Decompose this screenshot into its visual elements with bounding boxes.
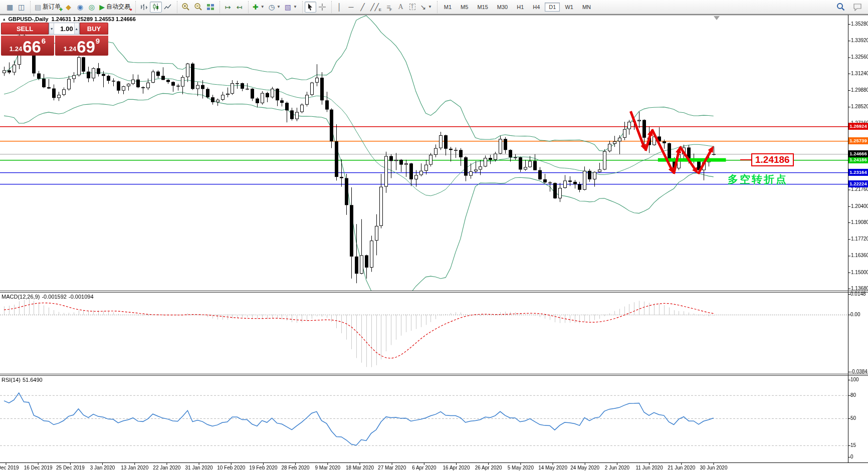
turning-point-label[interactable]: 多空转折点 xyxy=(728,172,788,186)
volume-input[interactable] xyxy=(54,23,74,34)
chevron-down-icon: ▼ xyxy=(428,5,432,9)
toolbar-group-drawing: │ ─ ╱ ╱╱E ≡F A T ↘▼ xyxy=(331,1,436,13)
community-icon: ◉ xyxy=(77,3,83,11)
buy-button[interactable]: BUY xyxy=(80,23,108,35)
chart-shift-button[interactable]: ↤ xyxy=(234,2,245,13)
new-chart-button[interactable]: ▦ xyxy=(4,2,16,13)
line-chart-button[interactable] xyxy=(162,2,174,13)
rsi-name: RSI(14) xyxy=(2,377,21,383)
channel-icon: ╱╱ xyxy=(370,3,379,11)
fibonacci-tool[interactable]: ≡F xyxy=(383,2,395,13)
volume-decrease-button[interactable]: ▼ xyxy=(49,23,54,34)
zoom-out-button[interactable] xyxy=(192,2,204,13)
timeframe-m30[interactable]: M30 xyxy=(493,3,512,12)
macd-name: MACD(12,26,9) xyxy=(2,294,40,300)
chart-header: ▴ GBPUSD-,Daily 1.24631 1.25289 1.24553 … xyxy=(3,16,136,22)
caret-down-icon: ▼ xyxy=(50,27,54,31)
community-button[interactable]: ◉ xyxy=(74,2,86,13)
profiles-button[interactable]: ◫ xyxy=(16,2,27,13)
search-button[interactable] xyxy=(834,2,847,13)
price-axis-tick: 1.15000 xyxy=(851,270,868,275)
price-axis-tick: 1.28520 xyxy=(851,104,868,109)
buy-price-display[interactable]: 1.24 69 9 xyxy=(55,36,108,56)
caret-up-icon: ▲ xyxy=(75,27,78,31)
text-label-icon: T xyxy=(409,4,415,10)
text-label-tool[interactable]: T xyxy=(406,2,418,13)
price-axis-tick: 1.29880 xyxy=(851,87,868,93)
sell-price-display[interactable]: 1.24 66 6 xyxy=(1,36,54,56)
one-click-top-row: SELL ▼ ▲ BUY xyxy=(1,23,108,35)
autotrading-label: 自动交易 xyxy=(106,3,130,11)
price-callout-connector xyxy=(740,159,751,160)
toolbar-group-charttype xyxy=(135,1,176,13)
chat-button[interactable] xyxy=(851,2,864,13)
rsi-axis-tick: 15 xyxy=(850,442,856,448)
current-price-label: 1.24666 xyxy=(848,150,868,157)
crosshair-button[interactable] xyxy=(316,2,328,13)
chevron-down-icon: ▼ xyxy=(293,5,297,9)
horizontal-line-tool[interactable]: ─ xyxy=(345,2,357,13)
vertical-line-tool[interactable]: │ xyxy=(334,2,345,13)
rsi-axis-tick: 50 xyxy=(850,415,856,421)
templates-button[interactable]: ▧▼ xyxy=(283,2,299,13)
price-axis-tick: 1.31240 xyxy=(851,71,868,76)
clock-icon: ◷ xyxy=(269,3,275,11)
price-axis-tick: 1.32560 xyxy=(851,54,868,60)
bar-chart-button[interactable] xyxy=(138,2,150,13)
market-watch-button[interactable]: ◆ xyxy=(63,2,74,13)
price-line-label[interactable]: 1.25739 xyxy=(848,137,868,144)
auto-scroll-button[interactable]: ↦ xyxy=(222,2,234,13)
sell-price-point: 6 xyxy=(42,37,46,45)
auto-scroll-icon: ↦ xyxy=(225,3,231,11)
price-line-label[interactable]: 1.22224 xyxy=(848,180,868,187)
trendline-tool[interactable]: ╱ xyxy=(357,2,368,13)
rsi-axis-tick: 0 xyxy=(850,454,853,459)
macd-signal-value: -0.001094 xyxy=(69,294,94,300)
zoom-out-icon xyxy=(194,3,202,11)
volume-increase-button[interactable]: ▲ xyxy=(74,23,79,34)
gold-icon: ◆ xyxy=(66,3,71,11)
sell-price-pips: 66 xyxy=(23,40,41,54)
autotrading-button[interactable]: ▶● 自动交易 xyxy=(97,2,132,13)
one-click-trading-panel: SELL ▼ ▲ BUY 1.24 66 6 1.24 69 9 xyxy=(1,23,108,56)
volume-control: ▼ ▲ xyxy=(49,23,80,35)
new-order-button[interactable]: ▤✚ 新订单 xyxy=(33,2,63,13)
timeframe-mn[interactable]: MN xyxy=(578,3,595,12)
price-axis-tick: 1.19080 xyxy=(851,219,868,225)
rsi-axis-tick: 100 xyxy=(850,377,859,382)
timeframe-d1[interactable]: D1 xyxy=(545,3,560,12)
symbol-marker-icon: ▴ xyxy=(3,17,6,22)
toolbar-group-cursor xyxy=(302,1,330,13)
price-axis-tick: 1.17720 xyxy=(851,236,868,242)
sell-button[interactable]: SELL xyxy=(1,23,49,35)
candlestick-chart-button[interactable] xyxy=(150,2,162,13)
toolbar-group-trade: ▤✚ 新订单 ◆ ◉ ◎ ▶● 自动交易 xyxy=(30,1,134,13)
zoom-in-button[interactable] xyxy=(179,2,192,13)
timeframe-h1[interactable]: H1 xyxy=(513,3,528,12)
timeframe-m5[interactable]: M5 xyxy=(457,3,472,12)
cursor-icon xyxy=(307,3,314,11)
indicators-button[interactable]: ✚▼ xyxy=(251,2,267,13)
price-line-label[interactable]: 1.26924 xyxy=(848,123,868,130)
timeframe-m15[interactable]: M15 xyxy=(473,3,492,12)
new-order-icon: ▤✚ xyxy=(35,3,41,11)
price-callout-box[interactable]: 1.24186 xyxy=(751,153,794,166)
text-tool[interactable]: A xyxy=(395,2,406,13)
price-line-label[interactable]: 1.23164 xyxy=(848,169,868,176)
toolbar-group-scroll: ↦ ↤ xyxy=(220,1,247,13)
timeframe-h4[interactable]: H4 xyxy=(529,3,544,12)
main-toolbar: ▦ ◫ ▤✚ 新订单 ◆ ◉ ◎ ▶● 自动交易 xyxy=(0,0,868,14)
tile-windows-button[interactable] xyxy=(204,2,216,13)
buy-price-base: 1.24 xyxy=(64,45,76,53)
chevron-down-icon: ▼ xyxy=(277,5,281,9)
cursor-button[interactable] xyxy=(305,2,316,13)
periods-button[interactable]: ◷▼ xyxy=(267,2,283,13)
buy-price-point: 9 xyxy=(96,37,100,45)
timeframe-w1[interactable]: W1 xyxy=(561,3,577,12)
template-icon: ▧ xyxy=(285,3,291,11)
plus-badge-icon: ✚ xyxy=(59,8,63,12)
channel-tool[interactable]: ╱╱E xyxy=(368,2,383,13)
timeframe-m1[interactable]: M1 xyxy=(440,3,456,12)
arrows-tool[interactable]: ↘▼ xyxy=(418,2,434,13)
signals-button[interactable]: ◎ xyxy=(86,2,97,13)
